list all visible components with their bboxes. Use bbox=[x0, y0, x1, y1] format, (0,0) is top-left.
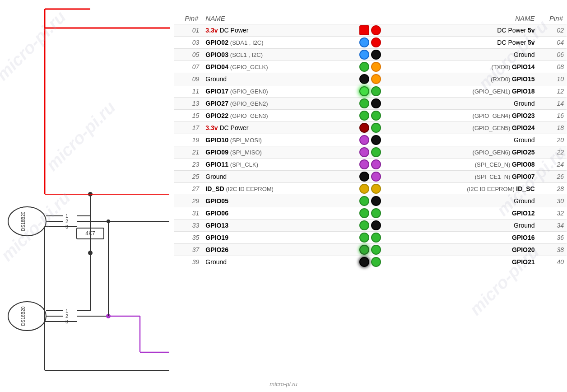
left-pin-circle bbox=[359, 220, 369, 230]
right-pin-number: 08 bbox=[539, 61, 567, 73]
right-pin-circle bbox=[371, 37, 381, 47]
right-pin-circle bbox=[371, 208, 381, 218]
left-pin-name: GPIO11 (SPI_CLK) bbox=[202, 159, 336, 171]
right-pin-number: 18 bbox=[539, 122, 567, 134]
right-pin-circle bbox=[371, 172, 381, 182]
left-pin-number: 09 bbox=[174, 73, 202, 85]
right-pin-number: 30 bbox=[539, 195, 567, 207]
right-pin-number: 02 bbox=[539, 24, 567, 37]
right-pin-name: Ground bbox=[404, 219, 539, 232]
right-pin-number: 22 bbox=[539, 146, 567, 159]
left-pin-name: 3.3v DC Power bbox=[202, 122, 336, 134]
right-pin-name: DC Power 5v bbox=[404, 24, 539, 37]
table-row: 19GPIO10 (SPI_MOSI)Ground20 bbox=[174, 134, 567, 146]
table-row: 35GPIO19 GPIO1636 bbox=[174, 232, 567, 244]
left-pin-circle bbox=[359, 208, 369, 218]
right-pin-name: GPIO21 bbox=[404, 256, 539, 268]
left-pin-number: 25 bbox=[174, 171, 202, 183]
left-pin-name: ID_SD (I2C ID EEPROM) bbox=[202, 183, 336, 195]
left-pin-circle bbox=[359, 123, 369, 133]
header-right-name: NAME bbox=[404, 13, 539, 24]
pin-pair bbox=[336, 171, 404, 183]
svg-text:2: 2 bbox=[65, 313, 68, 319]
right-pin-name: (GPIO_GEN4) GPIO23 bbox=[404, 110, 539, 122]
pin-pair bbox=[336, 219, 404, 232]
svg-point-22 bbox=[8, 302, 46, 331]
left-pin-number: 19 bbox=[174, 134, 202, 146]
right-pin-number: 36 bbox=[539, 232, 567, 244]
table-row: 173.3v DC Power(GPIO_GEN5) GPIO2418 bbox=[174, 122, 567, 134]
right-pin-circle bbox=[371, 25, 381, 35]
left-pin-name: GPIO06 bbox=[202, 207, 336, 219]
header-right-pin: Pin# bbox=[539, 13, 567, 24]
left-pin-circle bbox=[359, 184, 369, 194]
header-left-pin: Pin# bbox=[174, 13, 202, 24]
left-pin-circle bbox=[359, 86, 369, 96]
pin-pair bbox=[336, 207, 404, 219]
svg-text:DS18B20: DS18B20 bbox=[21, 306, 26, 326]
right-pin-number: 14 bbox=[539, 98, 567, 110]
right-pin-name: (SPI_CE1_N) GPIO07 bbox=[404, 171, 539, 183]
left-pin-number: 35 bbox=[174, 232, 202, 244]
right-pin-name: GPIO12 bbox=[404, 207, 539, 219]
table-row: 23GPIO11 (SPI_CLK)(SPI_CE0_N) GPIO0824 bbox=[174, 159, 567, 171]
right-pin-number: 26 bbox=[539, 171, 567, 183]
left-pin-circle bbox=[359, 245, 369, 255]
table-row: 29GPIO05 Ground30 bbox=[174, 195, 567, 207]
right-pin-number: 28 bbox=[539, 183, 567, 195]
left-pin-circle bbox=[359, 111, 369, 121]
right-pin-circle bbox=[371, 86, 381, 96]
header-left-name: NAME bbox=[202, 13, 336, 24]
left-pin-number: 33 bbox=[174, 219, 202, 232]
left-pin-name: GPIO10 (SPI_MOSI) bbox=[202, 134, 336, 146]
main-container: micro-pi.ru micro-pi.ru micro-pi.ru micr… bbox=[0, 0, 567, 392]
left-pin-circle bbox=[359, 25, 369, 35]
right-pin-name: (RXD0) GPIO15 bbox=[404, 73, 539, 85]
right-pin-circle bbox=[371, 257, 381, 267]
right-pin-circle bbox=[371, 184, 381, 194]
right-pin-name: GPIO20 bbox=[404, 244, 539, 256]
pin-pair bbox=[336, 244, 404, 256]
right-pin-name: (SPI_CE0_N) GPIO08 bbox=[404, 159, 539, 171]
left-pin-name: GPIO26 bbox=[202, 244, 336, 256]
pin-pair bbox=[336, 49, 404, 61]
left-pin-number: 31 bbox=[174, 207, 202, 219]
left-pin-number: 21 bbox=[174, 146, 202, 159]
pin-pair bbox=[336, 24, 404, 37]
table-row: 03GPIO02 (SDA1 , I2C)DC Power 5v04 bbox=[174, 37, 567, 49]
svg-point-9 bbox=[8, 207, 46, 236]
svg-text:2: 2 bbox=[65, 219, 68, 224]
circuit-diagram: 4K7 DS18B20 1 2 3 DS18B20 bbox=[0, 0, 174, 392]
left-pin-circle bbox=[359, 37, 369, 47]
left-pin-name: 3.3v DC Power bbox=[202, 24, 336, 37]
pin-pair bbox=[336, 110, 404, 122]
table-row: 31GPIO06 GPIO1232 bbox=[174, 207, 567, 219]
left-pin-name: GPIO19 bbox=[202, 232, 336, 244]
left-pin-name: GPIO02 (SDA1 , I2C) bbox=[202, 37, 336, 49]
pin-pair bbox=[336, 183, 404, 195]
pin-pair bbox=[336, 98, 404, 110]
right-pin-number: 24 bbox=[539, 159, 567, 171]
right-pin-circle bbox=[371, 220, 381, 230]
left-pin-name: Ground bbox=[202, 256, 336, 268]
right-pin-name: (TXD0) GPIO14 bbox=[404, 61, 539, 73]
right-pin-number: 16 bbox=[539, 110, 567, 122]
left-pin-circle bbox=[359, 257, 369, 267]
left-pin-number: 15 bbox=[174, 110, 202, 122]
pin-pair bbox=[336, 195, 404, 207]
table-row: 21GPIO09 (SPI_MISO)(GPIO_GEN6) GPIO2522 bbox=[174, 146, 567, 159]
left-pin-name: GPIO22 (GPIO_GEN3) bbox=[202, 110, 336, 122]
right-pin-circle bbox=[371, 159, 381, 169]
right-pin-number: 12 bbox=[539, 85, 567, 98]
table-row: 05GPIO03 (SCL1 , I2C)Ground06 bbox=[174, 49, 567, 61]
table-row: 25Ground(SPI_CE1_N) GPIO0726 bbox=[174, 171, 567, 183]
left-pin-name: Ground bbox=[202, 171, 336, 183]
right-pin-number: 10 bbox=[539, 73, 567, 85]
footer: micro-pi.ru bbox=[270, 381, 297, 387]
right-pin-name: (GPIO_GEN5) GPIO24 bbox=[404, 122, 539, 134]
pin-pair bbox=[336, 256, 404, 268]
svg-text:DS18B20: DS18B20 bbox=[21, 211, 26, 231]
right-pin-circle bbox=[371, 123, 381, 133]
left-pin-circle bbox=[359, 233, 369, 243]
left-pin-circle bbox=[359, 74, 369, 84]
